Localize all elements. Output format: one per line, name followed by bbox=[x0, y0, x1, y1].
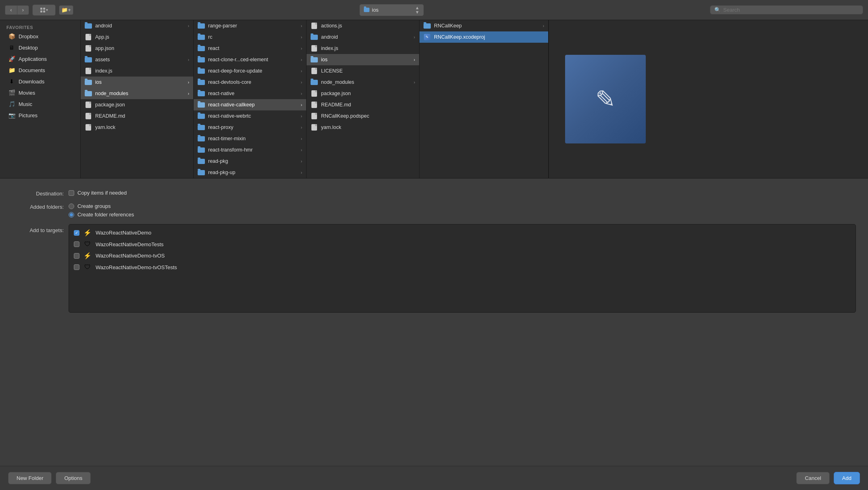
target-label-2: WazoReactNativeDemoTests bbox=[96, 241, 164, 247]
movies-icon: 🎬 bbox=[8, 89, 15, 96]
list-item[interactable]: react-native-webrtc › bbox=[194, 110, 306, 122]
sidebar-item-label: Dropbox bbox=[19, 33, 38, 39]
add-button[interactable]: Add bbox=[834, 472, 860, 484]
new-folder-button[interactable]: New Folder bbox=[8, 472, 52, 484]
sidebar-item-documents[interactable]: 📁 Documents bbox=[2, 64, 79, 76]
item-label: react-proxy bbox=[208, 125, 298, 130]
item-label: range-parser bbox=[208, 23, 298, 29]
path-arrows-icon: ▲▼ bbox=[415, 6, 419, 15]
list-item[interactable]: RNCallKeep.xcodeproj bbox=[419, 31, 548, 43]
list-item[interactable]: react › bbox=[194, 43, 306, 54]
sidebar-item-pictures[interactable]: 📷 Pictures bbox=[2, 110, 79, 121]
target-item-1[interactable]: ⚡ WazoReactNativeDemo bbox=[69, 227, 855, 239]
sidebar-section-title: Favorites bbox=[0, 23, 80, 31]
target-checkbox-3[interactable] bbox=[74, 253, 79, 259]
chevron-right-icon: › bbox=[414, 80, 415, 85]
list-item[interactable]: actions.js bbox=[307, 20, 419, 31]
chevron-right-icon: › bbox=[301, 125, 302, 130]
toolbar: ‹ › ▾ 📁+ ios ▲▼ 🔍 bbox=[0, 0, 868, 20]
list-item[interactable]: read-pkg-up › bbox=[194, 167, 306, 178]
target-icon-2: 🛡 bbox=[83, 241, 92, 248]
list-item[interactable]: android › bbox=[81, 20, 193, 31]
list-item[interactable]: android › bbox=[307, 31, 419, 43]
list-item[interactable]: App.js bbox=[81, 31, 193, 43]
list-item[interactable]: react-transform-hmr › bbox=[194, 144, 306, 156]
list-item[interactable]: index.js bbox=[81, 65, 193, 77]
file-icon bbox=[311, 68, 318, 74]
btn-group-right: Cancel Add bbox=[796, 472, 860, 484]
create-folder-refs-label: Create folder references bbox=[77, 212, 134, 218]
back-button[interactable]: ‹ bbox=[5, 5, 17, 15]
list-item[interactable]: RNCallKeep › bbox=[419, 20, 548, 31]
new-folder-toolbar-button[interactable]: 📁+ bbox=[59, 5, 73, 15]
chevron-right-icon: › bbox=[301, 170, 302, 175]
path-dropdown[interactable]: ios ▲▼ bbox=[359, 4, 424, 16]
list-item[interactable]: rc › bbox=[194, 31, 306, 43]
list-item[interactable]: read-pkg › bbox=[194, 156, 306, 167]
sidebar-item-applications[interactable]: 🚀 Applications bbox=[2, 53, 79, 64]
file-icon bbox=[311, 23, 318, 29]
dropbox-icon: 📦 bbox=[8, 33, 15, 40]
sidebar-item-desktop[interactable]: 🖥 Desktop bbox=[2, 42, 79, 53]
sidebar-item-downloads[interactable]: ⬇ Downloads bbox=[2, 76, 79, 87]
list-item[interactable]: node_modules › bbox=[81, 88, 193, 99]
targets-box: ⚡ WazoReactNativeDemo 🛡 WazoReactNativeD… bbox=[69, 224, 856, 313]
cancel-button[interactable]: Cancel bbox=[796, 472, 829, 484]
xcodeproj-icon bbox=[424, 34, 431, 40]
list-item[interactable]: yarn.lock bbox=[81, 122, 193, 133]
folder-icon bbox=[85, 79, 92, 85]
create-folder-refs-radio[interactable] bbox=[69, 212, 74, 218]
list-item[interactable]: package.json bbox=[81, 99, 193, 110]
list-item[interactable]: RNCallKeep.podspec bbox=[307, 110, 419, 122]
list-item[interactable]: README.md bbox=[307, 99, 419, 110]
list-item[interactable]: react-timer-mixin › bbox=[194, 133, 306, 144]
list-item[interactable]: react-deep-force-update › bbox=[194, 65, 306, 77]
list-item[interactable]: package.json bbox=[307, 88, 419, 99]
file-icon bbox=[311, 91, 318, 97]
sidebar-item-music[interactable]: 🎵 Music bbox=[2, 98, 79, 110]
chevron-right-icon: › bbox=[301, 137, 302, 141]
list-item[interactable]: ios › bbox=[81, 77, 193, 88]
column-1: android › App.js app.json assets › index… bbox=[81, 20, 194, 178]
chevron-right-icon: › bbox=[414, 35, 415, 39]
target-item-3[interactable]: ⚡ WazoReactNativeDemo-tvOS bbox=[69, 250, 855, 262]
create-groups-radio[interactable] bbox=[69, 203, 74, 209]
forward-button[interactable]: › bbox=[17, 5, 29, 15]
list-item[interactable]: node_modules › bbox=[307, 77, 419, 88]
target-checkbox-1[interactable] bbox=[74, 230, 79, 236]
list-item[interactable]: range-parser › bbox=[194, 20, 306, 31]
target-checkbox-2[interactable] bbox=[74, 241, 79, 247]
folder-icon bbox=[198, 46, 205, 52]
view-mode-button[interactable]: ▾ bbox=[32, 4, 56, 16]
list-item[interactable]: LICENSE bbox=[307, 65, 419, 77]
destination-checkbox[interactable] bbox=[69, 190, 74, 196]
add-to-targets-row: Add to targets: ⚡ WazoReactNativeDemo 🛡 … bbox=[12, 221, 856, 458]
list-item[interactable]: README.md bbox=[81, 110, 193, 122]
sidebar-item-dropbox[interactable]: 📦 Dropbox bbox=[2, 31, 79, 42]
folder-icon bbox=[311, 79, 318, 85]
list-item[interactable]: react-proxy › bbox=[194, 122, 306, 133]
list-item[interactable]: ios › bbox=[307, 54, 419, 65]
sidebar-item-movies[interactable]: 🎬 Movies bbox=[2, 87, 79, 98]
target-item-4[interactable]: 🛡 WazoReactNativeDemo-tvOSTests bbox=[69, 262, 855, 273]
options-button[interactable]: Options bbox=[56, 472, 91, 484]
list-item[interactable]: react-native › bbox=[194, 88, 306, 99]
list-item[interactable]: yarn.lock bbox=[307, 122, 419, 133]
search-input[interactable] bbox=[723, 7, 859, 13]
item-label: react-clone-r...ced-element bbox=[208, 57, 298, 62]
list-item[interactable]: index.js bbox=[307, 43, 419, 54]
list-item[interactable]: app.json bbox=[81, 43, 193, 54]
list-item[interactable]: assets › bbox=[81, 54, 193, 65]
list-item[interactable]: react-clone-r...ced-element › bbox=[194, 54, 306, 65]
sidebar-item-label: Music bbox=[19, 101, 32, 107]
added-folders-row: Added folders: Create groups Create fold… bbox=[12, 200, 856, 221]
chevron-right-icon: › bbox=[301, 103, 302, 107]
list-item[interactable]: react-native-callkeep › bbox=[194, 99, 306, 110]
target-checkbox-4[interactable] bbox=[74, 264, 79, 270]
list-item[interactable]: react-devtools-core › bbox=[194, 77, 306, 88]
target-item-2[interactable]: 🛡 WazoReactNativeDemoTests bbox=[69, 239, 855, 250]
sidebar: Favorites 📦 Dropbox 🖥 Desktop 🚀 Applicat… bbox=[0, 20, 81, 178]
button-bar: New Folder Options Cancel Add bbox=[0, 466, 868, 490]
item-label: App.js bbox=[95, 34, 189, 40]
folder-icon bbox=[198, 147, 205, 153]
